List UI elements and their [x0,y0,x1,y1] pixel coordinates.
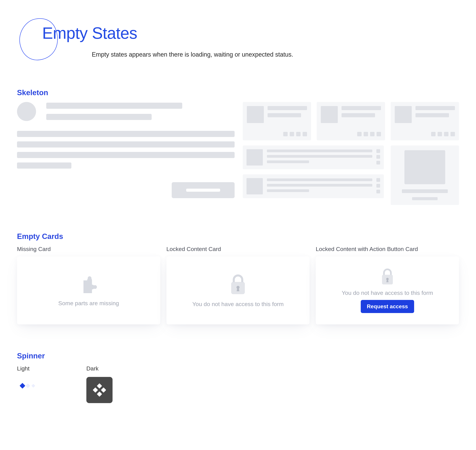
spinner-variant-label: Light [17,365,35,372]
skeleton-thumbnail [247,106,264,123]
skeleton-line [267,189,309,192]
card-variant-label: Missing Card [17,246,160,252]
skeleton-line [17,152,235,158]
skeleton-chip [376,190,380,193]
skeleton-chip [364,132,368,136]
skeleton-chip [283,132,288,136]
skeleton-image [405,150,445,184]
skeleton-chip [451,132,455,136]
page-header: Empty States Empty states appears when t… [17,17,459,68]
empty-card-missing: Missing Card Some parts are missing [17,246,160,324]
skeleton-chip [431,132,435,136]
skeleton-line [416,113,449,117]
skeleton-button [172,182,235,198]
lock-icon [229,274,247,296]
skeleton-chip [444,132,448,136]
skeleton-thumbnail [321,106,338,123]
skeleton-list-row [243,174,384,198]
skeleton-line [267,149,372,152]
spinner-dark-variant: Dark [86,365,113,403]
skeleton-thumbnail [246,178,263,194]
spinner-variant-label: Dark [86,365,113,372]
skeleton-line [402,189,448,193]
skeleton-line [267,155,372,158]
empty-state-card: You do not have access to this form Requ… [316,256,459,324]
skeleton-chip [357,132,362,136]
skeleton-line [342,106,381,110]
empty-card-locked: Locked Content Card You do not have acce… [167,246,310,324]
skeleton-line [268,106,307,110]
spinner-light-icon [17,377,35,388]
skeleton-chip [376,149,380,153]
skeleton-line [17,131,235,137]
empty-state-card: Some parts are missing [17,256,160,324]
skeleton-chip [290,132,294,136]
skeleton-chip [376,184,380,188]
spinner-light-variant: Light [17,365,35,403]
svg-point-1 [93,285,97,289]
skeleton-line [46,103,182,109]
skeleton-list-row [243,145,384,169]
skeleton-chip [438,132,442,136]
svg-point-0 [88,276,91,280]
skeleton-line [267,184,372,187]
page-subtitle: Empty states appears when there is loadi… [92,51,293,58]
spinner-dark-icon [86,377,113,403]
empty-state-text: You do not have access to this form [342,290,433,296]
skeleton-chip [303,132,307,136]
skeleton-chip [376,155,380,159]
skeleton-line [412,197,438,200]
empty-state-text: You do not have access to this form [192,301,284,308]
skeleton-line [17,162,71,169]
puzzle-piece-icon [78,274,99,295]
lock-icon [380,268,395,286]
skeleton-line [267,178,372,181]
skeleton-line [46,114,152,120]
page-title: Empty States [42,24,137,42]
skeleton-thumbnail [395,106,412,123]
skeleton-line [17,141,235,148]
empty-state-text: Some parts are missing [58,300,119,307]
skeleton-chip [376,132,381,136]
section-title-spinner: Spinner [17,352,459,360]
skeleton-line [342,113,375,117]
skeleton-card [317,102,385,140]
skeleton-card [243,102,311,140]
section-empty-cards: Empty Cards Missing Card Some parts are … [17,232,459,324]
section-spinner: Spinner Light Dark [17,352,459,403]
skeleton-article [17,102,235,198]
skeleton-chip [370,132,375,136]
empty-state-card: You do not have access to this form [167,256,310,324]
skeleton-thumbnail [246,149,263,166]
skeleton-chip [376,178,380,182]
skeleton-media-card [391,145,459,205]
skeleton-chip [376,161,380,165]
skeleton-line [416,106,455,110]
card-variant-label: Locked Content Card [167,246,310,252]
section-title-skeleton: Skeleton [17,88,459,97]
card-variant-label: Locked Content with Action Button Card [316,246,459,252]
skeleton-avatar [17,102,36,121]
section-skeleton: Skeleton [17,88,459,205]
skeleton-chip [296,132,301,136]
empty-card-locked-action: Locked Content with Action Button Card Y… [316,246,459,324]
skeleton-line [267,160,309,163]
section-title-empty-cards: Empty Cards [17,232,459,241]
request-access-button[interactable]: Request access [361,300,414,313]
skeleton-line [268,113,301,117]
skeleton-card-grid [243,102,459,205]
skeleton-card [391,102,459,140]
